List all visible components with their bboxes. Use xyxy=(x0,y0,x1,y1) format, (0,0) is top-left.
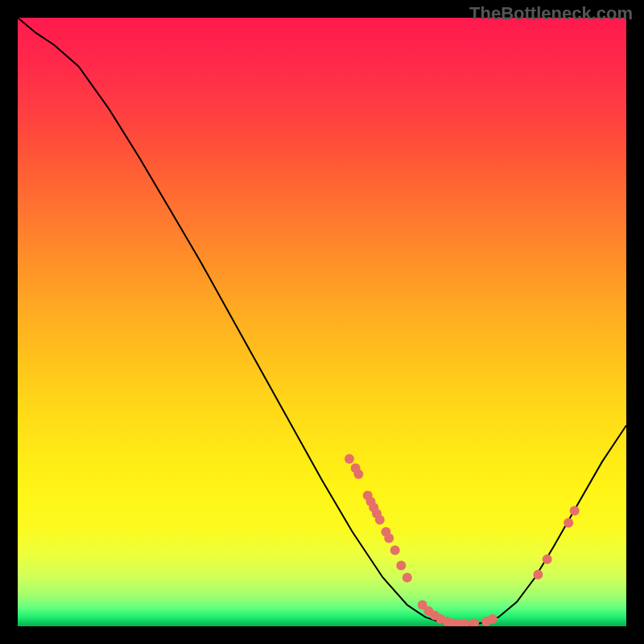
data-point xyxy=(375,515,385,525)
data-point xyxy=(390,546,400,555)
data-point xyxy=(353,469,363,479)
bottleneck-curve xyxy=(18,18,626,625)
data-point xyxy=(564,518,573,528)
data-point xyxy=(402,573,412,583)
data-point xyxy=(533,570,543,580)
data-point xyxy=(543,555,552,564)
data-point xyxy=(384,533,394,543)
data-points-group xyxy=(345,454,580,626)
data-point xyxy=(488,614,497,624)
data-point xyxy=(345,454,354,464)
data-point xyxy=(396,560,406,570)
watermark-text: TheBottleneck.com xyxy=(469,3,633,24)
curve-svg xyxy=(18,18,626,626)
data-point xyxy=(469,618,479,626)
data-point xyxy=(570,506,580,515)
chart-area xyxy=(18,18,626,626)
